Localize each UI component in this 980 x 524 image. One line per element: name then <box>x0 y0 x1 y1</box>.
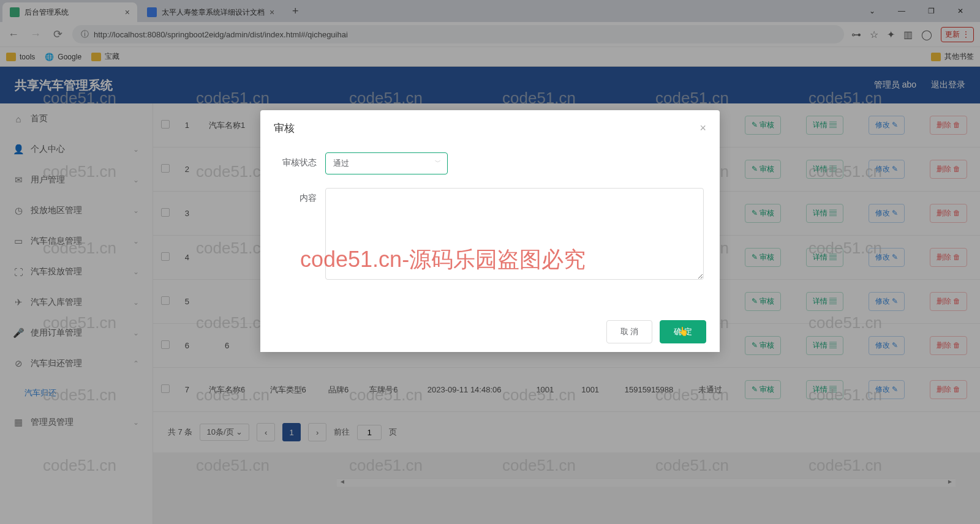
modal-footer: 取 消 确 定 👆 <box>260 312 720 352</box>
modal-header: 审核 × <box>260 110 720 146</box>
content-textarea[interactable] <box>325 188 704 280</box>
cancel-button[interactable]: 取 消 <box>606 320 653 343</box>
modal-close-icon[interactable]: × <box>699 122 706 135</box>
modal-body: 审核状态 通过 内容 <box>260 146 720 312</box>
status-select[interactable]: 通过 <box>325 152 448 174</box>
cursor-icon: 👆 <box>678 326 688 336</box>
confirm-button[interactable]: 确 定 👆 <box>660 320 706 343</box>
content-label: 内容 <box>276 188 325 204</box>
modal-overlay: 审核 × 审核状态 通过 内容 取 消 确 定 👆 <box>0 0 980 524</box>
modal-title: 审核 <box>274 121 295 135</box>
audit-modal: 审核 × 审核状态 通过 内容 取 消 确 定 👆 <box>260 110 720 352</box>
status-label: 审核状态 <box>276 152 325 168</box>
